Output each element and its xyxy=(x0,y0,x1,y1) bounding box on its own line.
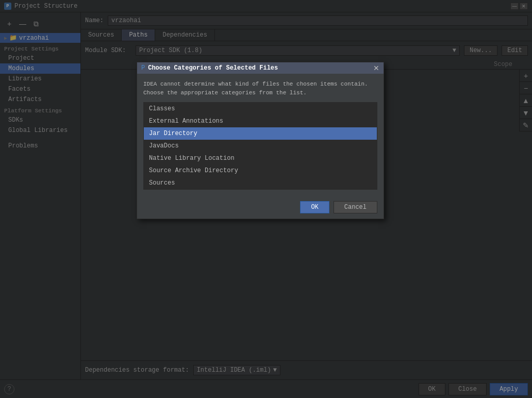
dialog-title-bar: P Choose Categories of Selected Files ✕ xyxy=(137,62,384,74)
dialog-title-text: Choose Categories of Selected Files xyxy=(148,64,370,72)
dialog-title-icon: P xyxy=(141,64,145,72)
dialog-footer: OK Cancel xyxy=(137,196,384,219)
category-javadocs[interactable]: JavaDocs xyxy=(144,140,377,152)
dialog-body: IDEA cannot determine what kind of files… xyxy=(137,74,384,196)
category-sources[interactable]: Sources xyxy=(144,177,377,189)
category-external-annotations[interactable]: External Annotations xyxy=(144,115,377,127)
dialog-cancel-button[interactable]: Cancel xyxy=(334,201,377,213)
category-list: Classes External Annotations Jar Directo… xyxy=(143,102,377,190)
dialog-close-button[interactable]: ✕ xyxy=(373,64,379,72)
dialog-description: IDEA cannot determine what kind of files… xyxy=(143,80,377,97)
dialog-ok-button[interactable]: OK xyxy=(300,201,329,213)
category-native-library[interactable]: Native Library Location xyxy=(144,152,377,164)
category-jar-directory[interactable]: Jar Directory xyxy=(144,127,377,140)
category-classes[interactable]: Classes xyxy=(144,103,377,115)
category-source-archive[interactable]: Source Archive Directory xyxy=(144,164,377,177)
choose-categories-dialog: P Choose Categories of Selected Files ✕ … xyxy=(137,62,384,219)
